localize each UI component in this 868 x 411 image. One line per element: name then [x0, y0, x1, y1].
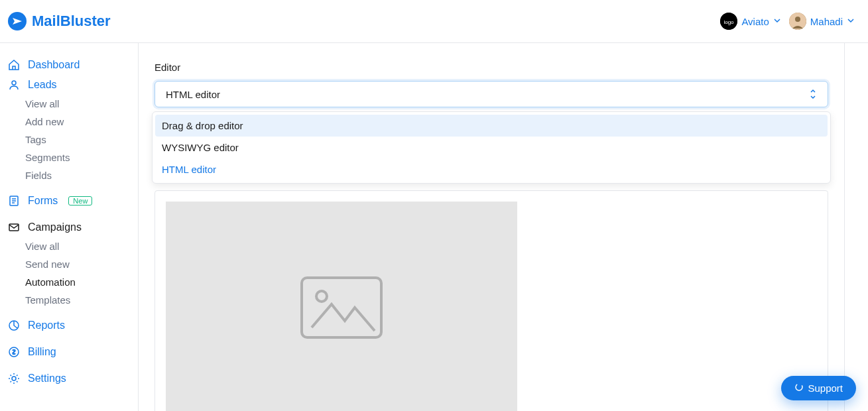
right-panel: [844, 43, 868, 411]
workspace-name: Aviato: [741, 16, 769, 27]
workspace-avatar: logo: [720, 13, 737, 30]
support-button[interactable]: Support: [781, 376, 856, 400]
header-right: logo Aviato Mahadi: [720, 13, 855, 30]
sidebar-subitem-leads-viewall[interactable]: View all: [0, 95, 138, 113]
user-menu[interactable]: Mahadi: [789, 13, 855, 30]
chevron-down-icon: [773, 17, 781, 27]
svg-point-5: [12, 81, 16, 85]
svg-point-4: [795, 17, 800, 22]
sidebar-item-leads[interactable]: Leads: [0, 75, 138, 95]
dropdown-option-dragdrop[interactable]: Drag & drop editor: [155, 115, 828, 137]
support-icon: [794, 382, 804, 394]
sidebar-item-billing[interactable]: Billing: [0, 342, 138, 362]
sidebar-item-settings[interactable]: Settings: [0, 369, 138, 388]
sidebar-label: Settings: [28, 373, 66, 384]
sidebar-item-reports[interactable]: Reports: [0, 316, 138, 335]
sidebar-label: Campaigns: [28, 221, 82, 233]
envelope-icon: [8, 221, 20, 233]
dropdown-option-wysiwyg[interactable]: WYSIWYG editor: [155, 137, 828, 158]
select-value: HTML editor: [166, 89, 220, 100]
content: Editor HTML editor Drag & drop editor WY…: [139, 43, 844, 411]
image-placeholder: [166, 202, 517, 411]
sidebar-subitem-leads-segments[interactable]: Segments: [0, 148, 138, 166]
chart-icon: [8, 320, 20, 331]
dropdown-option-html[interactable]: HTML editor: [155, 158, 828, 180]
sidebar-subitem-campaigns-templates[interactable]: Templates: [0, 291, 138, 309]
sidebar-subitem-campaigns-viewall[interactable]: View all: [0, 237, 138, 255]
logo-text: MailBluster: [32, 13, 111, 30]
sidebar-subitem-campaigns-automation[interactable]: Automation: [0, 273, 138, 291]
home-icon: [8, 59, 20, 71]
svg-rect-10: [9, 224, 19, 231]
sidebar-subitem-leads-addnew[interactable]: Add new: [0, 113, 138, 131]
workspace-switcher[interactable]: logo Aviato: [720, 13, 780, 30]
svg-point-13: [12, 377, 16, 381]
svg-rect-14: [302, 278, 381, 337]
support-label: Support: [808, 382, 843, 394]
sidebar-subitem-campaigns-sendnew[interactable]: Send new: [0, 255, 138, 273]
sidebar-item-dashboard[interactable]: Dashboard: [0, 55, 138, 75]
main-layout: Dashboard Leads View all Add new Tags Se…: [0, 43, 868, 411]
sidebar-item-forms[interactable]: Forms New: [0, 191, 138, 211]
chevron-down-icon: [847, 17, 855, 27]
sidebar-label: Reports: [28, 320, 65, 331]
sidebar-label: Billing: [28, 346, 56, 358]
header: MailBluster logo Aviato Mahadi: [0, 0, 868, 43]
sidebar-label: Dashboard: [28, 59, 80, 71]
sidebar-label: Leads: [28, 79, 57, 91]
editor-select[interactable]: HTML editor: [155, 81, 828, 107]
svg-point-16: [796, 384, 802, 390]
user-name: Mahadi: [810, 16, 843, 27]
new-badge: New: [68, 196, 92, 206]
sidebar-label: Forms: [28, 195, 58, 207]
dollar-icon: [8, 346, 20, 358]
editor-dropdown: Drag & drop editor WYSIWYG editor HTML e…: [152, 111, 831, 184]
user-icon: [8, 79, 20, 91]
form-icon: [8, 195, 20, 207]
sidebar-subitem-leads-tags[interactable]: Tags: [0, 131, 138, 148]
sidebar-subitem-leads-fields[interactable]: Fields: [0, 166, 138, 184]
logo[interactable]: MailBluster: [8, 12, 111, 30]
svg-point-15: [316, 291, 327, 302]
editor-label: Editor: [155, 62, 828, 73]
select-arrows-icon: [809, 89, 817, 99]
sidebar-item-campaigns[interactable]: Campaigns: [0, 217, 138, 237]
svg-text:logo: logo: [724, 19, 735, 25]
preview-panel: [155, 190, 828, 411]
user-avatar: [789, 13, 806, 30]
gear-icon: [8, 373, 20, 384]
sidebar: Dashboard Leads View all Add new Tags Se…: [0, 43, 139, 411]
logo-icon: [8, 12, 27, 30]
